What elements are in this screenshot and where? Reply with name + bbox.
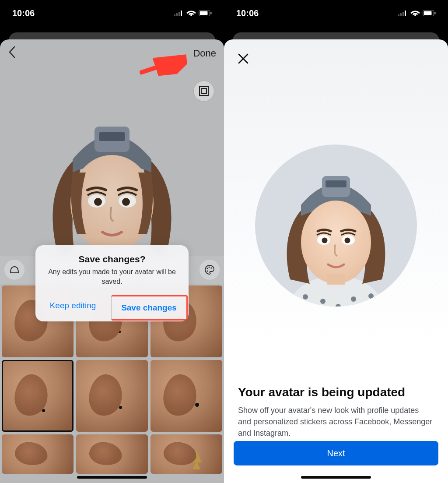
svg-rect-26: [424, 11, 432, 15]
home-indicator[interactable]: [77, 476, 147, 479]
svg-point-38: [322, 238, 328, 243]
svg-rect-24: [405, 11, 406, 16]
update-title: Your avatar is being updated: [238, 385, 434, 399]
svg-rect-3: [181, 11, 182, 16]
dialog-title: Save changes?: [45, 254, 179, 264]
next-button[interactable]: Next: [234, 441, 438, 465]
update-description: Show off your avatar's new look with pro…: [238, 405, 434, 439]
status-bar: 10:06: [0, 0, 224, 26]
avatar-image: [266, 157, 406, 307]
svg-point-31: [368, 293, 374, 299]
svg-rect-6: [210, 12, 212, 14]
battery-icon: [423, 10, 436, 16]
svg-point-28: [303, 294, 308, 300]
status-icons: [398, 10, 436, 17]
svg-rect-0: [174, 14, 175, 16]
signal-icon: [398, 10, 408, 16]
close-icon: [238, 53, 249, 64]
home-indicator[interactable]: [301, 476, 371, 479]
editor-sheet: Done: [0, 39, 224, 483]
svg-rect-2: [178, 12, 180, 16]
status-icons: [174, 10, 212, 17]
status-time: 10:06: [236, 8, 259, 18]
svg-rect-27: [434, 12, 436, 14]
svg-point-29: [320, 299, 326, 304]
svg-point-30: [351, 296, 356, 302]
avatar-preview-circle: [255, 145, 417, 307]
phone-right: 10:06: [224, 0, 448, 483]
update-sheet: Your avatar is being updated Show off yo…: [224, 39, 448, 483]
svg-rect-34: [326, 180, 346, 187]
wifi-icon: [186, 10, 196, 17]
status-time: 10:06: [12, 8, 35, 18]
svg-point-35: [301, 201, 371, 284]
svg-rect-1: [176, 13, 178, 16]
svg-rect-5: [200, 11, 208, 15]
wifi-icon: [410, 10, 420, 17]
keep-editing-button[interactable]: Keep editing: [35, 294, 110, 321]
signal-icon: [174, 10, 184, 16]
svg-line-20: [140, 60, 182, 73]
svg-point-39: [345, 238, 350, 243]
dialog-message: Any edits you made to your avatar will b…: [45, 267, 179, 286]
save-changes-button[interactable]: Save changes: [111, 295, 188, 321]
battery-icon: [199, 10, 212, 16]
status-bar: 10:06: [224, 0, 448, 26]
next-button-label: Next: [327, 448, 345, 458]
save-dialog: Save changes? Any edits you made to your…: [35, 245, 189, 321]
svg-rect-40: [327, 274, 345, 285]
svg-rect-23: [402, 12, 404, 16]
svg-rect-22: [400, 13, 402, 16]
phone-left: 10:06 Done: [0, 0, 224, 483]
svg-rect-21: [398, 14, 399, 16]
close-button[interactable]: [234, 50, 252, 67]
